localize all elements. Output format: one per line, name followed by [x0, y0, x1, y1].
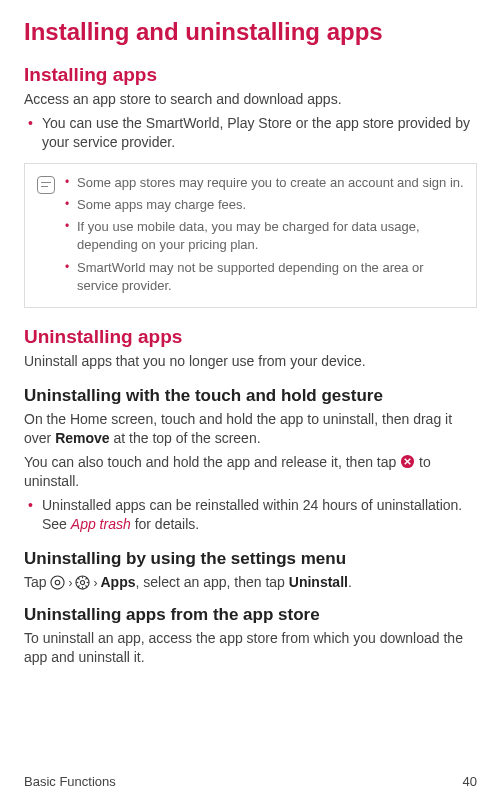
home-circle-icon — [50, 575, 65, 590]
settings-heading: Uninstalling by using the settings menu — [24, 549, 477, 569]
page-title: Installing and uninstalling apps — [24, 18, 477, 46]
touch-hold-para2: You can also touch and hold the app and … — [24, 453, 477, 492]
apps-label: Apps — [100, 574, 135, 590]
note-list: Some app stores may require you to creat… — [63, 174, 464, 299]
touch-hold-bullets: Uninstalled apps can be reinstalled with… — [24, 496, 477, 535]
text: You can also touch and hold the app and … — [24, 454, 400, 470]
list-item: Some app stores may require you to creat… — [63, 174, 464, 192]
list-item: Some apps may charge fees. — [63, 196, 464, 214]
note-icon — [37, 176, 55, 194]
uninstall-label: Uninstall — [289, 574, 348, 590]
text: Tap — [24, 574, 50, 590]
note-box: Some app stores may require you to creat… — [24, 163, 477, 308]
touch-hold-para1: On the Home screen, touch and hold the a… — [24, 410, 477, 449]
svg-line-11 — [79, 578, 80, 579]
svg-line-13 — [79, 586, 80, 587]
footer-section: Basic Functions — [24, 774, 116, 789]
settings-gear-icon — [75, 575, 90, 590]
store-para: To uninstall an app, access the app stor… — [24, 629, 477, 668]
uninstalling-intro: Uninstall apps that you no longer use fr… — [24, 352, 477, 372]
text: , select an app, then tap — [135, 574, 288, 590]
store-heading: Uninstalling apps from the app store — [24, 605, 477, 625]
svg-point-3 — [51, 576, 64, 589]
text: at the top of the screen. — [110, 430, 261, 446]
settings-para: Tap ››Apps, select an app, then tap Unin… — [24, 573, 477, 593]
list-item: You can use the SmartWorld, Play Store o… — [24, 114, 477, 153]
installing-intro: Access an app store to search and downlo… — [24, 90, 477, 110]
installing-bullets: You can use the SmartWorld, Play Store o… — [24, 114, 477, 153]
uninstalling-heading: Uninstalling apps — [24, 326, 477, 348]
text: . — [348, 574, 352, 590]
svg-point-6 — [81, 581, 85, 585]
app-trash-link[interactable]: App trash — [71, 516, 131, 532]
installing-heading: Installing apps — [24, 64, 477, 86]
text: for details. — [131, 516, 199, 532]
list-item: Uninstalled apps can be reinstalled with… — [24, 496, 477, 535]
remove-label: Remove — [55, 430, 109, 446]
close-x-icon — [400, 454, 415, 469]
list-item: If you use mobile data, you may be charg… — [63, 218, 464, 254]
footer-page-number: 40 — [463, 774, 477, 789]
touch-hold-heading: Uninstalling with the touch and hold ges… — [24, 386, 477, 406]
chevron-icon: › — [93, 575, 97, 592]
svg-line-12 — [86, 586, 87, 587]
list-item: SmartWorld may not be supported dependin… — [63, 259, 464, 295]
svg-line-14 — [86, 578, 87, 579]
svg-point-4 — [56, 580, 61, 585]
page-footer: Basic Functions 40 — [24, 774, 477, 789]
chevron-icon: › — [68, 575, 72, 592]
